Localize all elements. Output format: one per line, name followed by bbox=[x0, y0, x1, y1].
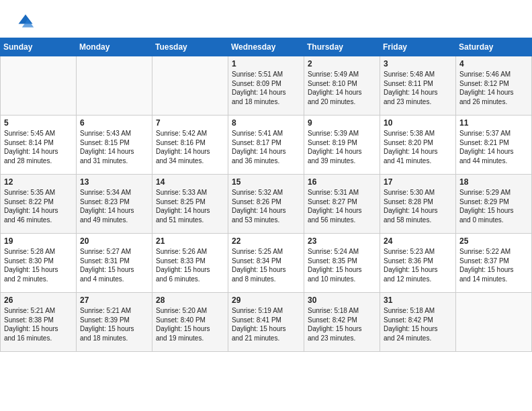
calendar-week-row: 26Sunrise: 5:21 AM Sunset: 8:38 PM Dayli… bbox=[1, 293, 532, 352]
empty-cell bbox=[77, 56, 152, 116]
day-number: 28 bbox=[156, 295, 224, 305]
calendar-day-cell: 25Sunrise: 5:22 AM Sunset: 8:37 PM Dayli… bbox=[456, 234, 532, 293]
calendar-day-cell: 2Sunrise: 5:49 AM Sunset: 8:10 PM Daylig… bbox=[304, 56, 380, 116]
day-number: 19 bbox=[4, 236, 73, 246]
cell-daylight-info: Sunrise: 5:43 AM Sunset: 8:15 PM Dayligh… bbox=[80, 129, 148, 165]
day-number: 8 bbox=[232, 118, 300, 128]
logo-icon bbox=[16, 12, 35, 31]
weekday-header-friday: Friday bbox=[380, 38, 456, 56]
cell-daylight-info: Sunrise: 5:21 AM Sunset: 8:38 PM Dayligh… bbox=[4, 306, 73, 342]
cell-daylight-info: Sunrise: 5:32 AM Sunset: 8:26 PM Dayligh… bbox=[232, 188, 300, 224]
empty-cell bbox=[152, 56, 228, 116]
calendar-day-cell: 13Sunrise: 5:34 AM Sunset: 8:23 PM Dayli… bbox=[77, 175, 152, 234]
calendar-day-cell: 8Sunrise: 5:41 AM Sunset: 8:17 PM Daylig… bbox=[228, 116, 304, 175]
calendar-day-cell: 14Sunrise: 5:33 AM Sunset: 8:25 PM Dayli… bbox=[152, 175, 228, 234]
day-number: 30 bbox=[308, 295, 376, 305]
day-number: 3 bbox=[384, 59, 452, 68]
calendar-day-cell: 27Sunrise: 5:21 AM Sunset: 8:39 PM Dayli… bbox=[77, 293, 152, 352]
day-number: 24 bbox=[384, 236, 452, 246]
cell-daylight-info: Sunrise: 5:42 AM Sunset: 8:16 PM Dayligh… bbox=[156, 129, 224, 165]
cell-daylight-info: Sunrise: 5:18 AM Sunset: 8:42 PM Dayligh… bbox=[384, 306, 452, 342]
cell-daylight-info: Sunrise: 5:51 AM Sunset: 8:09 PM Dayligh… bbox=[232, 70, 300, 106]
cell-daylight-info: Sunrise: 5:38 AM Sunset: 8:20 PM Dayligh… bbox=[384, 129, 452, 165]
calendar-day-cell: 11Sunrise: 5:37 AM Sunset: 8:21 PM Dayli… bbox=[456, 116, 532, 175]
calendar-day-cell: 24Sunrise: 5:23 AM Sunset: 8:36 PM Dayli… bbox=[380, 234, 456, 293]
calendar-day-cell: 9Sunrise: 5:39 AM Sunset: 8:19 PM Daylig… bbox=[304, 116, 380, 175]
day-number: 21 bbox=[156, 236, 224, 246]
calendar-day-cell: 5Sunrise: 5:45 AM Sunset: 8:14 PM Daylig… bbox=[1, 116, 77, 175]
empty-cell bbox=[1, 56, 77, 116]
cell-daylight-info: Sunrise: 5:21 AM Sunset: 8:39 PM Dayligh… bbox=[80, 306, 148, 342]
day-number: 15 bbox=[232, 177, 300, 187]
calendar-day-cell: 3Sunrise: 5:48 AM Sunset: 8:11 PM Daylig… bbox=[380, 56, 456, 116]
day-number: 6 bbox=[80, 118, 148, 128]
calendar-day-cell: 26Sunrise: 5:21 AM Sunset: 8:38 PM Dayli… bbox=[1, 293, 77, 352]
calendar-day-cell: 30Sunrise: 5:18 AM Sunset: 8:42 PM Dayli… bbox=[304, 293, 380, 352]
cell-daylight-info: Sunrise: 5:31 AM Sunset: 8:27 PM Dayligh… bbox=[308, 188, 376, 224]
calendar-week-row: 19Sunrise: 5:28 AM Sunset: 8:30 PM Dayli… bbox=[1, 234, 532, 293]
day-number: 25 bbox=[459, 236, 528, 246]
cell-daylight-info: Sunrise: 5:33 AM Sunset: 8:25 PM Dayligh… bbox=[156, 188, 224, 224]
cell-daylight-info: Sunrise: 5:26 AM Sunset: 8:33 PM Dayligh… bbox=[156, 247, 224, 283]
day-number: 26 bbox=[4, 295, 73, 305]
cell-daylight-info: Sunrise: 5:18 AM Sunset: 8:42 PM Dayligh… bbox=[308, 306, 376, 342]
cell-daylight-info: Sunrise: 5:41 AM Sunset: 8:17 PM Dayligh… bbox=[232, 129, 300, 165]
day-number: 5 bbox=[4, 118, 73, 128]
day-number: 9 bbox=[308, 118, 376, 128]
cell-daylight-info: Sunrise: 5:37 AM Sunset: 8:21 PM Dayligh… bbox=[459, 129, 528, 165]
weekday-header-monday: Monday bbox=[77, 38, 152, 56]
calendar-day-cell: 6Sunrise: 5:43 AM Sunset: 8:15 PM Daylig… bbox=[77, 116, 152, 175]
day-number: 22 bbox=[232, 236, 300, 246]
day-number: 16 bbox=[308, 177, 376, 187]
cell-daylight-info: Sunrise: 5:29 AM Sunset: 8:29 PM Dayligh… bbox=[459, 188, 528, 224]
weekday-header-wednesday: Wednesday bbox=[228, 38, 304, 56]
empty-cell bbox=[456, 293, 532, 352]
cell-daylight-info: Sunrise: 5:48 AM Sunset: 8:11 PM Dayligh… bbox=[384, 70, 452, 106]
calendar-day-cell: 4Sunrise: 5:46 AM Sunset: 8:12 PM Daylig… bbox=[456, 56, 532, 116]
weekday-header-tuesday: Tuesday bbox=[152, 38, 228, 56]
calendar-day-cell: 10Sunrise: 5:38 AM Sunset: 8:20 PM Dayli… bbox=[380, 116, 456, 175]
cell-daylight-info: Sunrise: 5:49 AM Sunset: 8:10 PM Dayligh… bbox=[308, 70, 376, 106]
day-number: 2 bbox=[308, 59, 376, 68]
calendar-week-row: 12Sunrise: 5:35 AM Sunset: 8:22 PM Dayli… bbox=[1, 175, 532, 234]
day-number: 17 bbox=[384, 177, 452, 187]
day-number: 29 bbox=[232, 295, 300, 305]
day-number: 7 bbox=[156, 118, 224, 128]
calendar-day-cell: 7Sunrise: 5:42 AM Sunset: 8:16 PM Daylig… bbox=[152, 116, 228, 175]
weekday-header-row: SundayMondayTuesdayWednesdayThursdayFrid… bbox=[1, 38, 532, 56]
cell-daylight-info: Sunrise: 5:22 AM Sunset: 8:37 PM Dayligh… bbox=[459, 247, 528, 283]
calendar-day-cell: 15Sunrise: 5:32 AM Sunset: 8:26 PM Dayli… bbox=[228, 175, 304, 234]
cell-daylight-info: Sunrise: 5:30 AM Sunset: 8:28 PM Dayligh… bbox=[384, 188, 452, 224]
day-number: 18 bbox=[459, 177, 528, 187]
day-number: 12 bbox=[4, 177, 73, 187]
calendar-day-cell: 23Sunrise: 5:24 AM Sunset: 8:35 PM Dayli… bbox=[304, 234, 380, 293]
calendar-day-cell: 22Sunrise: 5:25 AM Sunset: 8:34 PM Dayli… bbox=[228, 234, 304, 293]
calendar-day-cell: 20Sunrise: 5:27 AM Sunset: 8:31 PM Dayli… bbox=[77, 234, 152, 293]
day-number: 4 bbox=[459, 59, 528, 68]
day-number: 23 bbox=[308, 236, 376, 246]
day-number: 31 bbox=[384, 295, 452, 305]
cell-daylight-info: Sunrise: 5:34 AM Sunset: 8:23 PM Dayligh… bbox=[80, 188, 148, 224]
cell-daylight-info: Sunrise: 5:19 AM Sunset: 8:41 PM Dayligh… bbox=[232, 306, 300, 342]
calendar-day-cell: 29Sunrise: 5:19 AM Sunset: 8:41 PM Dayli… bbox=[228, 293, 304, 352]
calendar-day-cell: 31Sunrise: 5:18 AM Sunset: 8:42 PM Dayli… bbox=[380, 293, 456, 352]
cell-daylight-info: Sunrise: 5:20 AM Sunset: 8:40 PM Dayligh… bbox=[156, 306, 224, 342]
day-number: 20 bbox=[80, 236, 148, 246]
day-number: 10 bbox=[384, 118, 452, 128]
day-number: 13 bbox=[80, 177, 148, 187]
cell-daylight-info: Sunrise: 5:45 AM Sunset: 8:14 PM Dayligh… bbox=[4, 129, 73, 165]
day-number: 1 bbox=[232, 59, 300, 68]
calendar-day-cell: 12Sunrise: 5:35 AM Sunset: 8:22 PM Dayli… bbox=[1, 175, 77, 234]
weekday-header-sunday: Sunday bbox=[1, 38, 77, 56]
weekday-header-thursday: Thursday bbox=[304, 38, 380, 56]
day-number: 14 bbox=[156, 177, 224, 187]
calendar-day-cell: 21Sunrise: 5:26 AM Sunset: 8:33 PM Dayli… bbox=[152, 234, 228, 293]
cell-daylight-info: Sunrise: 5:46 AM Sunset: 8:12 PM Dayligh… bbox=[459, 70, 528, 106]
page-header bbox=[0, 0, 532, 38]
day-number: 11 bbox=[459, 118, 528, 128]
day-number: 27 bbox=[80, 295, 148, 305]
cell-daylight-info: Sunrise: 5:39 AM Sunset: 8:19 PM Dayligh… bbox=[308, 129, 376, 165]
calendar-day-cell: 1Sunrise: 5:51 AM Sunset: 8:09 PM Daylig… bbox=[228, 56, 304, 116]
calendar-week-row: 5Sunrise: 5:45 AM Sunset: 8:14 PM Daylig… bbox=[1, 116, 532, 175]
calendar-day-cell: 16Sunrise: 5:31 AM Sunset: 8:27 PM Dayli… bbox=[304, 175, 380, 234]
